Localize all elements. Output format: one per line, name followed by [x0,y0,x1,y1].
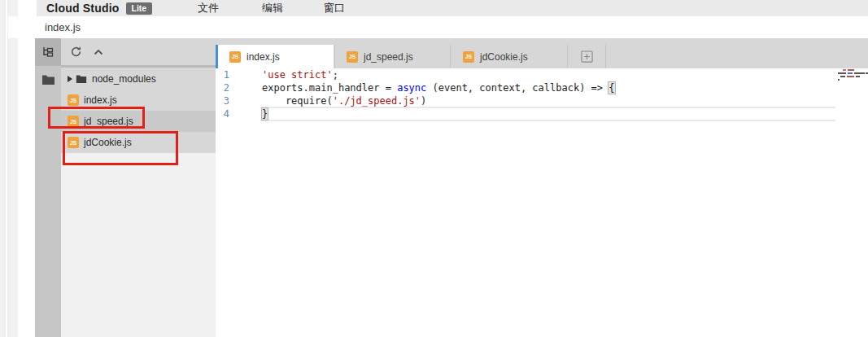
code-editor[interactable]: 1 2 3 4 'use strict'; exports.main_handl… [216,68,868,337]
folder-activity-button[interactable] [35,66,61,94]
window-title-bar: index.js [8,16,868,38]
cloud-studio-window: Cloud Studio Lite 文件 编辑 窗口 index.js [0,0,868,337]
minimap-segment [847,76,854,77]
tab-label: jdCookie.js [480,51,528,63]
minimap[interactable] [838,69,868,81]
js-file-icon: JS [229,51,241,63]
tree-outline-icon [41,46,55,59]
minimap-segment [848,69,854,71]
menu-file[interactable]: 文件 [198,0,219,16]
js-file-icon: JS [68,137,79,148]
menu-edit[interactable]: 编辑 [262,0,283,16]
refresh-button[interactable] [70,46,82,58]
tab-jdcookie-js[interactable]: JS jdCookie.js [451,45,568,68]
folder-icon [41,74,55,85]
lite-badge: Lite [126,2,153,15]
page-margin-strip-inner [7,0,18,337]
tab-bar: JS index.js JS jd_speed.js JS jdCookie.j… [216,38,868,68]
tree-item-label: node_modules [92,73,156,85]
minimap-segment [838,79,840,81]
tab-label: index.js [246,51,280,63]
js-file-icon: JS [463,51,474,63]
caret-right-icon[interactable] [66,75,73,83]
js-file-icon: JS [68,116,79,127]
code-line-3: require('./jd_speed.js') [262,94,426,107]
minimap-segment [848,72,853,74]
minimap-segment [838,72,846,74]
code-line-2: exports.main_handler = async (event, con… [262,81,615,94]
explorer-activity-button[interactable] [35,38,61,66]
file-explorer: node_modules JS index.js JS jd_speed.js … [61,38,216,337]
menu-bar: Cloud Studio Lite 文件 编辑 窗口 [37,0,868,16]
tree-item-jd-speed-js[interactable]: JS jd_speed.js [61,111,216,132]
line-number: 1 [216,68,229,81]
tab-label: jd_speed.js [364,51,413,63]
tab-jd-speed-js[interactable]: JS jd_speed.js [334,45,451,68]
tree-item-label: jdCookie.js [84,137,132,148]
folder-icon [76,74,87,84]
line-number: 3 [216,94,229,107]
collapse-panel-button[interactable] [93,47,104,57]
active-tab-indicator [216,45,218,68]
line-number: 4 [216,107,229,120]
code-line-4: } [262,107,268,120]
tree-item-node-modules[interactable]: node_modules [61,68,216,90]
app-logo: Cloud Studio [46,2,120,15]
tree-item-label: jd_speed.js [84,116,133,127]
new-tab-button[interactable] [568,45,606,68]
menu-window[interactable]: 窗口 [324,0,345,16]
tab-index-js[interactable]: JS index.js [216,45,334,68]
minimap-segment [843,69,846,71]
page-margin-strip-left [0,0,6,337]
explorer-toolbar-separator [61,65,216,68]
tree-item-index-js[interactable]: JS index.js [61,90,216,111]
js-file-icon: JS [68,94,79,106]
tree-item-jdcookie-js[interactable]: JS jdCookie.js [61,132,216,153]
explorer-toolbar [61,38,216,65]
code-line-1: 'use strict'; [262,68,338,81]
line-number: 2 [216,81,229,94]
current-line-border-bottom [260,120,835,121]
minimap-segment [856,76,860,77]
tree-item-label: index.js [84,94,117,106]
minimap-segment [840,76,845,77]
js-file-icon: JS [347,51,358,63]
minimap-segment [854,72,865,74]
plus-square-icon [581,50,593,63]
window-title: index.js [8,16,868,38]
activity-bar [35,38,61,337]
